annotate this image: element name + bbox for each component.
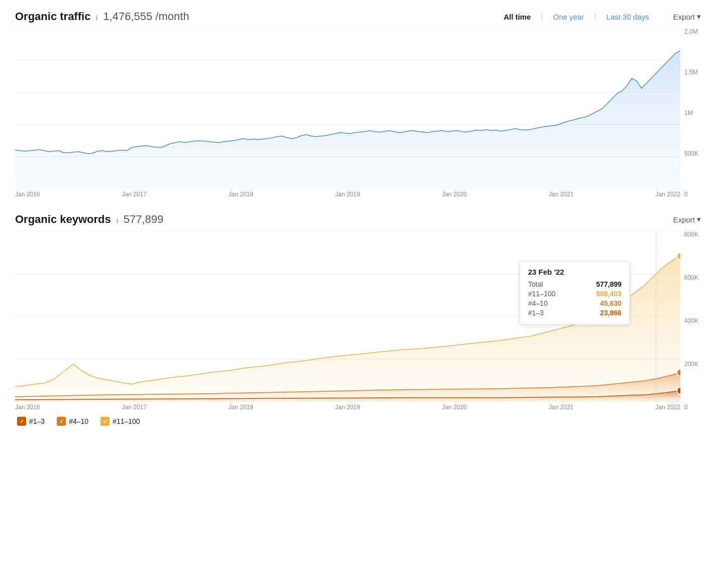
chevron-down-icon: ▾ [697, 12, 701, 21]
x-label-1: Jan 2017 [122, 191, 146, 198]
x-label-5: Jan 2021 [549, 191, 573, 198]
keywords-chevron-down-icon: ▾ [697, 215, 701, 224]
kw-x-label-0: Jan 2016 [15, 404, 40, 411]
x-label-6: Jan 2022 [656, 191, 680, 198]
keywords-metric: 577,899 [124, 213, 164, 226]
x-label-4: Jan 2020 [442, 191, 467, 198]
traffic-title: Organic traffic [15, 10, 90, 23]
x-label-0: Jan 2016 [15, 191, 40, 198]
keywords-x-axis: Jan 2016 Jan 2017 Jan 2018 Jan 2019 Jan … [15, 402, 680, 411]
kw-y-label-1: 600K [684, 274, 708, 281]
traffic-export-button[interactable]: Export ▾ [666, 10, 708, 23]
keywords-export-wrapper: Export ▾ [656, 213, 708, 226]
keywords-title-group: Organic keywords ℹ 577,899 [15, 213, 163, 226]
keywords-chart-wrapper: 23 Feb '22 Total 577,899 #11–100 508,403… [15, 231, 708, 411]
keywords-export-label: Export [673, 215, 695, 224]
y-label-1: 1.5M [684, 69, 708, 76]
y-label-4: 0 [684, 191, 708, 198]
keywords-y-axis: 800K 600K 400K 200K 0 [680, 231, 708, 411]
check-icon-4-10: ✓ [59, 418, 64, 425]
keywords-info-icon[interactable]: ℹ [116, 217, 119, 224]
kw-dot-11-100 [677, 253, 680, 260]
legend-label-4-10: #4–10 [69, 417, 88, 425]
kw-x-label-5: Jan 2021 [549, 404, 573, 411]
all-time-button[interactable]: All time [496, 11, 538, 23]
check-icon-1-3: ✓ [20, 418, 24, 425]
keywords-export-button[interactable]: Export ▾ [666, 213, 708, 226]
divider-1: | [541, 12, 543, 21]
keywords-chart-area: 23 Feb '22 Total 577,899 #11–100 508,403… [15, 231, 680, 411]
last-30-days-button[interactable]: Last 30 days [599, 11, 656, 23]
kw-dot-1-3 [677, 387, 680, 394]
traffic-info-icon[interactable]: ℹ [95, 14, 98, 22]
y-label-2: 1M [684, 109, 708, 116]
kw-dot-4-10 [677, 369, 680, 376]
kw-x-label-6: Jan 2022 [656, 404, 680, 411]
traffic-chart-area: Jan 2016 Jan 2017 Jan 2018 Jan 2019 Jan … [15, 28, 680, 198]
check-icon-11-100: ✓ [103, 418, 108, 425]
legend-label-1-3: #1–3 [29, 417, 45, 425]
legend-check-11-100: ✓ [100, 417, 110, 426]
kw-y-label-0: 800K [684, 231, 708, 238]
x-label-3: Jan 2019 [335, 191, 360, 198]
traffic-metric: 1,476,555 /month [103, 10, 189, 23]
legend-item-1-3[interactable]: ✓ #1–3 [17, 417, 45, 426]
kw-x-label-1: Jan 2017 [122, 404, 146, 411]
traffic-title-group: Organic traffic ℹ 1,476,555 /month [15, 10, 189, 23]
legend-label-11-100: #11–100 [113, 417, 140, 425]
traffic-controls: All time | One year | Last 30 days Expor… [496, 10, 708, 23]
legend-check-4-10: ✓ [57, 417, 66, 426]
y-label-0: 2.0M [684, 28, 708, 35]
kw-x-label-4: Jan 2020 [442, 404, 467, 411]
keywords-header: Organic keywords ℹ 577,899 Export ▾ [15, 213, 708, 226]
one-year-button[interactable]: One year [546, 11, 591, 23]
keywords-legend: ✓ #1–3 ✓ #4–10 ✓ #11–100 [15, 417, 708, 426]
kw-y-label-2: 400K [684, 317, 708, 324]
traffic-chart-svg [15, 28, 680, 189]
traffic-chart-wrapper: Jan 2016 Jan 2017 Jan 2018 Jan 2019 Jan … [15, 28, 708, 198]
kw-x-label-3: Jan 2019 [335, 404, 360, 411]
keywords-title: Organic keywords [15, 213, 111, 226]
traffic-header: Organic traffic ℹ 1,476,555 /month All t… [15, 10, 708, 23]
keywords-chart-svg [15, 231, 680, 402]
x-label-2: Jan 2018 [229, 191, 253, 198]
kw-x-label-2: Jan 2018 [229, 404, 253, 411]
organic-traffic-section: Organic traffic ℹ 1,476,555 /month All t… [15, 10, 708, 198]
time-filter-group: All time | One year | Last 30 days [496, 11, 656, 23]
kw-y-label-4: 0 [684, 404, 708, 411]
traffic-y-axis: 2.0M 1.5M 1M 500K 0 [680, 28, 708, 198]
y-label-3: 500K [684, 150, 708, 157]
traffic-x-axis: Jan 2016 Jan 2017 Jan 2018 Jan 2019 Jan … [15, 189, 680, 198]
organic-keywords-section: Organic keywords ℹ 577,899 Export ▾ [15, 213, 708, 426]
legend-item-11-100[interactable]: ✓ #11–100 [100, 417, 140, 426]
legend-item-4-10[interactable]: ✓ #4–10 [57, 417, 88, 426]
export-label: Export [673, 13, 695, 21]
kw-y-label-3: 200K [684, 361, 708, 368]
divider-2: | [594, 12, 596, 21]
legend-check-1-3: ✓ [17, 417, 26, 426]
